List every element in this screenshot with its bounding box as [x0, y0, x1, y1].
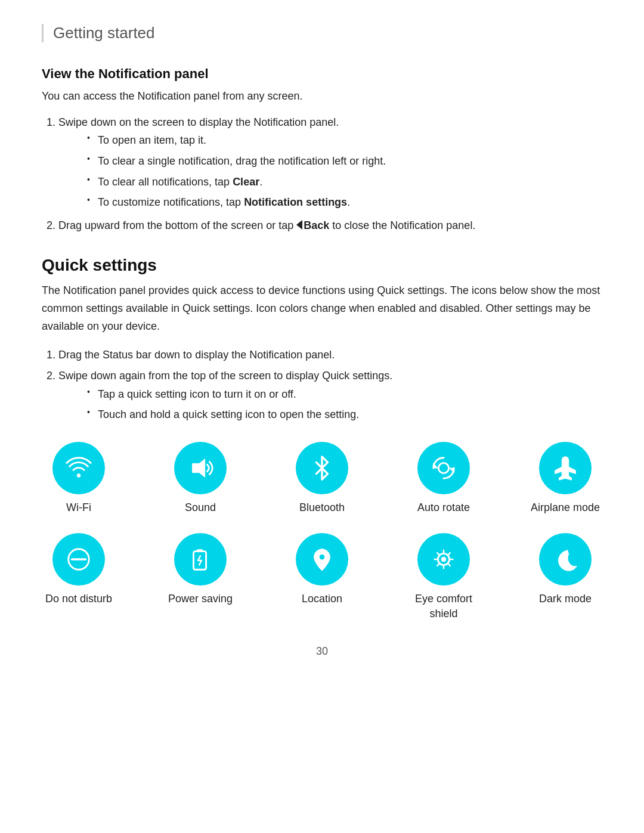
wifi-icon-circle — [52, 442, 105, 494]
bullet-tap-icon: Tap a quick setting icon to turn it on o… — [87, 385, 602, 404]
quick-settings-title: Quick settings — [42, 256, 602, 275]
airplane-label: Airplane mode — [531, 500, 600, 515]
powersaving-icon-circle — [174, 533, 227, 586]
quick-settings-description: The Notification panel provides quick ac… — [42, 282, 602, 335]
back-icon — [296, 220, 302, 230]
powersaving-icon — [187, 546, 214, 573]
icon-item-sound: Sound — [163, 442, 237, 515]
icon-item-airplane: Airplane mode — [528, 442, 602, 515]
notification-section-title: View the Notification panel — [42, 66, 602, 82]
eyecomfort-icon-circle — [417, 533, 470, 586]
notification-intro: You can access the Notification panel fr… — [42, 88, 602, 105]
location-label: Location — [302, 592, 342, 606]
darkmode-icon-circle — [539, 533, 592, 586]
icon-item-darkmode: Dark mode — [528, 533, 602, 606]
bluetooth-icon — [308, 454, 336, 482]
notification-section: View the Notification panel You can acce… — [42, 66, 602, 234]
icon-item-powersaving: Power saving — [163, 533, 237, 606]
svg-marker-2 — [434, 463, 438, 468]
notification-step-2: Drag upward from the bottom of the scree… — [58, 216, 602, 235]
powersaving-label: Power saving — [168, 592, 233, 606]
icon-item-bluetooth: Bluetooth — [285, 442, 359, 515]
bullet-customize: To customize notifications, tap Notifica… — [87, 193, 602, 212]
location-icon-circle — [296, 533, 348, 586]
donotdisturb-label: Do not disturb — [45, 592, 112, 606]
svg-rect-7 — [197, 550, 203, 552]
icon-item-location: Location — [285, 533, 359, 606]
icon-item-eyecomfort: Eye comfortshield — [407, 533, 481, 621]
icons-row-2: Do not disturb Power saving — [42, 533, 602, 621]
eyecomfort-label: Eye comfortshield — [415, 592, 472, 621]
location-icon — [308, 546, 336, 573]
autorotate-icon-circle — [417, 442, 470, 494]
page-number: 30 — [42, 645, 602, 658]
svg-marker-3 — [450, 468, 454, 473]
quick-step-1: Drag the Status bar down to display the … — [58, 346, 602, 364]
bullet-clear-single: To clear a single notification, drag the… — [87, 152, 602, 171]
wifi-icon — [65, 454, 92, 482]
darkmode-label: Dark mode — [539, 592, 592, 606]
autorotate-label: Auto rotate — [417, 500, 470, 515]
bullet-clear-all: To clear all notifications, tap Clear. — [87, 173, 602, 191]
page-header-title: Getting started — [53, 24, 155, 42]
svg-point-1 — [438, 463, 448, 473]
svg-point-11 — [319, 554, 325, 560]
wifi-label: Wi-Fi — [66, 500, 91, 515]
quick-step-2: Swipe down again from the top of the scr… — [58, 367, 602, 424]
svg-line-18 — [437, 553, 439, 555]
bluetooth-label: Bluetooth — [299, 500, 345, 515]
svg-line-21 — [437, 564, 439, 566]
clear-label: Clear — [233, 176, 259, 188]
svg-point-13 — [441, 557, 446, 562]
bullet-open-item: To open an item, tap it. — [87, 131, 602, 150]
quick-settings-section: Quick settings The Notification panel pr… — [42, 256, 602, 621]
darkmode-icon — [552, 546, 579, 573]
sound-icon-circle — [174, 442, 227, 494]
donotdisturb-icon-circle — [52, 533, 105, 586]
svg-line-19 — [448, 564, 450, 566]
svg-marker-0 — [193, 459, 205, 477]
bullet-hold-icon: Touch and hold a quick setting icon to o… — [87, 405, 602, 424]
sound-icon — [187, 454, 214, 482]
notification-steps: Swipe down on the screen to display the … — [58, 113, 602, 235]
donotdisturb-icon — [65, 546, 92, 573]
autorotate-icon — [430, 454, 457, 482]
page-header: Getting started — [42, 24, 602, 42]
quick-settings-steps: Drag the Status bar down to display the … — [58, 346, 602, 423]
svg-line-20 — [448, 553, 450, 555]
notification-step-1-text: Swipe down on the screen to display the … — [58, 116, 339, 128]
back-label: Back — [304, 219, 329, 231]
airplane-icon — [552, 454, 579, 482]
icon-item-donotdisturb: Do not disturb — [42, 533, 116, 606]
notification-step-1-bullets: To open an item, tap it. To clear a sing… — [87, 131, 602, 211]
notification-step-1: Swipe down on the screen to display the … — [58, 113, 602, 212]
sound-label: Sound — [185, 500, 216, 515]
quick-step-2-bullets: Tap a quick setting icon to turn it on o… — [87, 385, 602, 424]
quick-settings-icons-grid: Wi-Fi Sound — [42, 442, 602, 622]
icon-item-wifi: Wi-Fi — [42, 442, 116, 515]
airplane-icon-circle — [539, 442, 592, 494]
bluetooth-icon-circle — [296, 442, 348, 494]
icon-item-autorotate: Auto rotate — [407, 442, 481, 515]
icons-row-1: Wi-Fi Sound — [42, 442, 602, 515]
eyecomfort-icon — [430, 546, 457, 573]
notification-settings-label: Notification settings — [244, 196, 347, 208]
